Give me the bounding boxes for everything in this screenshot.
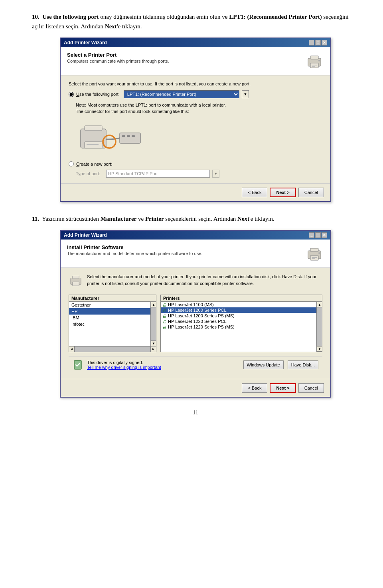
wizard-2-header: Install Printer Software The manufacture…	[61, 240, 330, 268]
printer-label-4: HP LaserJet 1220 Series PCL	[168, 319, 227, 324]
printer-icon-4: 🖨	[162, 319, 166, 324]
radio-use-port-label: Use the following port:	[76, 92, 120, 97]
printer-icon-5: 🖨	[162, 325, 166, 329]
digitally-signed-icon	[73, 360, 83, 370]
scrollbar-down-printers[interactable]: ▼	[317, 346, 322, 352]
wizard-2-icon	[305, 244, 324, 263]
back-button-2[interactable]: < Back	[242, 383, 267, 393]
list-item-infotec[interactable]: Infotec	[69, 321, 150, 327]
install-printer-svg	[69, 273, 83, 288]
hscroll-right-manufacturer[interactable]: ►	[150, 346, 156, 352]
port-dropdown-row: LPT1: (Recommended Printer Port) ▼	[124, 90, 249, 98]
windows-update-button[interactable]: Windows Update	[243, 360, 284, 369]
wizard-titlebar-buttons-2: _ □ ✕	[309, 232, 327, 238]
step-10-next-bold: Next	[105, 23, 117, 30]
svg-rect-3	[312, 65, 317, 65]
svg-point-5	[318, 60, 320, 61]
radio-use-port[interactable]	[69, 92, 74, 97]
install-instruction-row: Select the manufacturer and model of you…	[69, 273, 322, 290]
hscroll-track-manufacturer	[75, 346, 150, 352]
printer-icon-2: 🖨	[162, 308, 166, 313]
svg-rect-9	[87, 144, 99, 145]
minimize-btn-1[interactable]: _	[309, 40, 314, 46]
port-dropdown[interactable]: LPT1: (Recommended Printer Port)	[124, 90, 239, 98]
note-text-1: Note: Most computers use the LPT1: port …	[76, 102, 322, 115]
wizard-1-header-text: Select a Printer Port Computers communic…	[67, 52, 169, 63]
wizard-1-header-subtitle: Computers communicate with printers thro…	[67, 59, 169, 63]
printer-label-3: HP LaserJet 1200 Series PS (MS)	[168, 313, 235, 318]
cancel-button-1[interactable]: Cancel	[298, 188, 324, 197]
close-btn-2[interactable]: ✕	[322, 232, 327, 238]
maximize-btn-1[interactable]: □	[315, 40, 321, 46]
cancel-button-2[interactable]: Cancel	[298, 383, 324, 393]
svg-rect-16	[310, 248, 318, 251]
dropdown-arrow-2: ▼	[212, 170, 219, 178]
scrollbar-track-manufacturer	[151, 307, 156, 341]
back-button-1[interactable]: < Back	[242, 188, 267, 197]
svg-rect-7	[85, 126, 102, 131]
next-button-2[interactable]: Next >	[270, 383, 296, 393]
svg-rect-12	[127, 135, 130, 137]
printer-item-5[interactable]: 🖨 HP LaserJet 1220 Series PS (MS)	[161, 324, 316, 330]
wizard-titlebar-1: Add Printer Wizard _ □ ✕	[61, 38, 330, 47]
manufacturer-column: Manufacturer Gestetner HP IBM Infotec ▲	[69, 295, 156, 352]
svg-rect-1	[310, 56, 318, 59]
printer-item-4[interactable]: 🖨 HP LaserJet 1220 Series PCL	[161, 319, 316, 324]
install-printer-icon	[69, 273, 83, 290]
list-item-hp[interactable]: HP	[69, 308, 150, 315]
step-10-num: 10.	[32, 14, 39, 20]
printer-item-1[interactable]: 🖨 HP LaserJet 1100 (MS)	[161, 302, 316, 307]
list-item-ibm[interactable]: IBM	[69, 315, 150, 321]
close-btn-1[interactable]: ✕	[322, 40, 327, 46]
step-11-before: Yazıcının sürücüsünden	[42, 216, 101, 222]
radio-row-create-port: Create a new port:	[69, 161, 322, 166]
minimize-btn-2[interactable]: _	[309, 232, 314, 238]
radio-create-port-label: Create a new port:	[76, 162, 113, 166]
printer-diagram-svg	[77, 122, 156, 154]
wizard-1-icon	[305, 52, 324, 71]
wizard-2-title: Add Printer Wizard	[64, 232, 107, 238]
printers-list-box: Printers 🖨 HP LaserJet 1100 (MS) 🖨 HP La…	[160, 295, 322, 352]
step-11-after: seçeneklerini seçin. Ardından	[164, 216, 238, 222]
printer-item-3[interactable]: 🖨 HP LaserJet 1200 Series PS (MS)	[161, 313, 316, 319]
list-item-gestetner[interactable]: Gestetner	[69, 302, 150, 308]
svg-rect-10	[120, 133, 140, 143]
step-11-printer: Printer	[145, 216, 164, 222]
have-disk-button[interactable]: Have Disk...	[288, 360, 318, 369]
svg-point-20	[318, 252, 320, 254]
wizard-1-header: Select a Printer Port Computers communic…	[61, 47, 330, 75]
manufacturer-scrollbar[interactable]: ▲ ▼	[150, 302, 156, 346]
scrollbar-up-printers[interactable]: ▲	[317, 302, 322, 307]
wizard-1-body: Select the port you want your printer to…	[61, 75, 330, 183]
driver-signing-link[interactable]: Tell me why driver signing is important	[87, 365, 161, 370]
printer-item-2[interactable]: 🖨 HP LaserJet 1200 Series PCL	[161, 307, 316, 313]
printer-icon-svg-2	[306, 245, 323, 263]
manufacturer-list-box: Manufacturer Gestetner HP IBM Infotec ▲	[69, 295, 156, 346]
wizard-2-footer: < Back Next > Cancel	[61, 379, 330, 397]
radio-create-port[interactable]	[69, 161, 74, 166]
radio-row-use-port: Use the following port: LPT1: (Recommend…	[69, 90, 322, 98]
svg-rect-11	[122, 135, 125, 137]
wizard-1-footer: < Back Next > Cancel	[61, 183, 330, 201]
step-10-text: 10. Use the following port onay düğmesin…	[32, 12, 359, 31]
printer-label-2: HP LaserJet 1200 Series PCL	[168, 308, 227, 313]
manufacturer-header: Manufacturer	[69, 295, 156, 302]
scrollbar-up-manufacturer[interactable]: ▲	[151, 302, 156, 307]
wizard-window-2: Add Printer Wizard _ □ ✕ Install Printer…	[60, 230, 331, 398]
next-button-1[interactable]: Next >	[270, 188, 296, 197]
driver-info-row: This driver is digitally signed. Tell me…	[69, 356, 322, 373]
svg-rect-4	[312, 66, 315, 67]
printers-scrollbar[interactable]: ▲ ▼	[316, 302, 322, 352]
type-port-input	[106, 170, 210, 178]
printers-column: Printers 🖨 HP LaserJet 1100 (MS) 🖨 HP La…	[160, 295, 322, 352]
maximize-btn-2[interactable]: □	[315, 232, 321, 238]
scrollbar-track-printers	[317, 307, 322, 346]
step-10-end: 'e tıklayın.	[117, 23, 142, 30]
dropdown-arrow-1[interactable]: ▼	[242, 90, 249, 98]
printers-header: Printers	[161, 295, 322, 302]
printer-label-5: HP LaserJet 1220 Series PS (MS)	[168, 325, 235, 329]
hscroll-left-manufacturer[interactable]: ◄	[69, 346, 75, 352]
printer-label-1: HP LaserJet 1100 (MS)	[168, 302, 214, 307]
scrollbar-down-manufacturer[interactable]: ▼	[151, 341, 156, 346]
step-11-block: 11. Yazıcının sürücüsünden Manufacturer …	[32, 214, 359, 398]
